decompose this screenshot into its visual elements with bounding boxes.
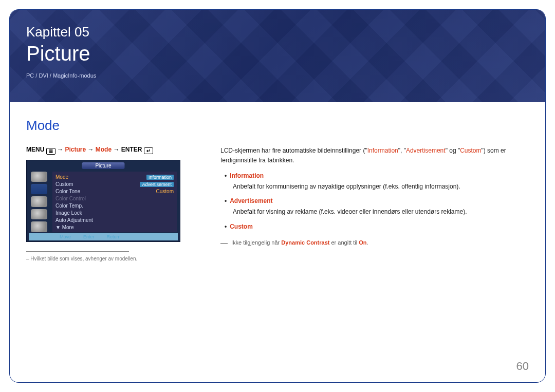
bc-picture: Picture — [65, 146, 86, 153]
note-dash-icon: ― — [220, 238, 228, 247]
osd-row: Image Lock — [55, 210, 174, 217]
osd-sidebar-item — [31, 172, 47, 182]
option-item-advertisement: •Advertisement Anbefalt for visning av r… — [220, 196, 529, 216]
osd-row: Color Control — [55, 195, 174, 202]
note-mid: er angitt til — [329, 239, 359, 246]
page-frame: Kapittel 05 Picture PC / DVI / MagicInfo… — [9, 9, 546, 383]
osd-row-label: Color Tone — [55, 189, 80, 194]
intro-q-advertisement: Advertisement — [406, 147, 446, 154]
osd-row-label: Auto Adjustment — [55, 217, 93, 223]
option-name: Advertisement — [230, 197, 272, 204]
menu-path: MENU → Picture → Mode → ENTER — [26, 146, 180, 155]
note-post: . — [367, 239, 368, 246]
option-item-information: •Information Anbefalt for kommunisering … — [220, 171, 529, 191]
bc-arrow-1: → — [57, 146, 65, 153]
note-on: On — [359, 239, 366, 246]
osd-sidebar-item — [31, 196, 47, 207]
intro-q-custom: Custom — [460, 147, 481, 154]
enter-icon — [144, 147, 153, 154]
osd-footer-return: Return — [107, 234, 121, 239]
intro-paragraph: LCD-skjermen har fire automatiske bildei… — [220, 146, 529, 165]
osd-row-value: Advertisement — [140, 182, 174, 187]
option-item-custom: •Custom — [220, 222, 529, 232]
osd-row-label: Color Control — [55, 196, 86, 201]
chapter-label: Kapittel 05 — [26, 24, 529, 40]
footnote-text: Hvilket bilde som vises, avhenger av mod… — [26, 256, 180, 262]
osd-sidebar-item — [31, 209, 47, 219]
footnote-rule — [26, 251, 129, 252]
intro-q-information: Information — [367, 147, 398, 154]
osd-row: Custom Advertisement — [55, 181, 174, 188]
menu-label: MENU — [26, 146, 44, 153]
osd-more: ▼ More — [55, 224, 174, 231]
option-name: Custom — [230, 223, 253, 230]
osd-row: Color Tone Custom — [55, 188, 174, 195]
osd-row-value: Information — [146, 175, 174, 180]
option-body: Anbefalt for visning av reklame (f.eks. … — [233, 207, 529, 217]
right-column: LCD-skjermen har fire automatiske bildei… — [220, 146, 529, 262]
option-body: Anbefalt for kommunisering av nøyaktige … — [233, 182, 529, 192]
osd-row: Color Temp. — [55, 202, 174, 210]
content-area: Mode MENU → Picture → Mode → ENTER Pictu… — [10, 102, 545, 262]
note-dynamic-contrast: Dynamic Contrast — [281, 239, 329, 246]
option-list: •Information Anbefalt for kommunisering … — [220, 171, 529, 231]
osd-sidebar — [29, 172, 49, 232]
osd-main-panel: Mode Information Custom Advertisement Co… — [52, 172, 177, 232]
osd-sidebar-item — [31, 221, 47, 232]
bc-arrow-2: → — [87, 146, 95, 153]
osd-title: Picture — [82, 162, 124, 169]
osd-row-value: Custom — [156, 189, 174, 194]
page-number: 60 — [516, 360, 529, 373]
osd-footer-enter: Enter — [83, 234, 95, 239]
chapter-title: Picture — [26, 42, 529, 65]
osd-footer-move: Move — [60, 234, 71, 239]
osd-footer: Move Enter Return — [29, 233, 178, 240]
osd-row-label: Custom — [55, 181, 73, 187]
menu-icon — [46, 148, 55, 155]
osd-screenshot: Picture Mode Information — [26, 160, 180, 242]
enter-label: ENTER — [121, 146, 142, 153]
osd-row-label: Mode — [55, 174, 68, 180]
chapter-subtitle: PC / DVI / MagicInfo-modus — [26, 72, 529, 79]
option-name: Information — [230, 172, 264, 179]
intro-mid1: ", " — [398, 147, 406, 154]
bc-mode: Mode — [96, 146, 112, 153]
note-pre: Ikke tilgjengelig når — [231, 239, 281, 246]
chapter-hero: Kapittel 05 Picture PC / DVI / MagicInfo… — [10, 10, 545, 102]
osd-row: Auto Adjustment — [55, 217, 174, 224]
left-column: MENU → Picture → Mode → ENTER Picture — [26, 146, 180, 262]
intro-pre: LCD-skjermen har fire automatiske bildei… — [220, 147, 367, 154]
intro-mid2: " og " — [446, 147, 460, 154]
osd-sidebar-item-active — [31, 184, 47, 194]
availability-note: ― Ikke tilgjengelig når Dynamic Contrast… — [220, 237, 529, 249]
osd-row-label: Color Temp. — [55, 203, 83, 209]
osd-row: Mode Information — [55, 174, 174, 181]
osd-row-label: Image Lock — [55, 210, 82, 216]
bc-arrow-3: → — [113, 146, 121, 153]
osd-more-label: ▼ More — [55, 225, 73, 230]
section-title: Mode — [26, 118, 529, 134]
